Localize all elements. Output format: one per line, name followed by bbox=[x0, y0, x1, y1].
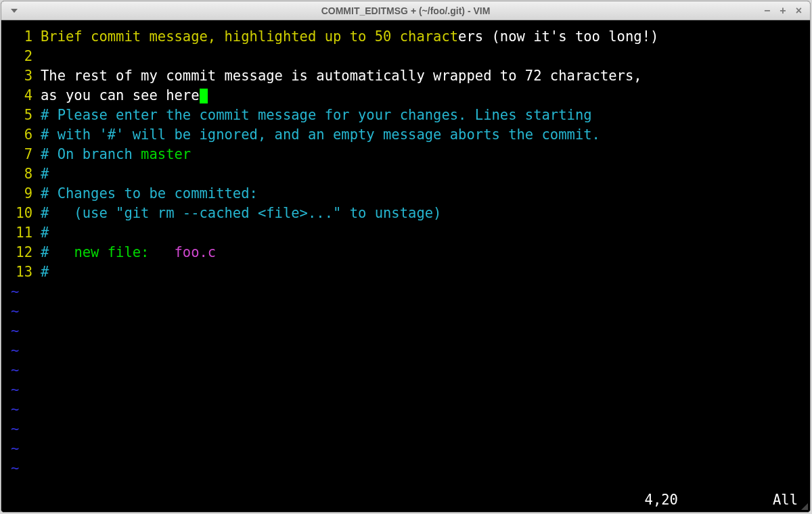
line-number: 8 bbox=[11, 164, 41, 184]
editor-line[interactable]: 7# On branch master bbox=[11, 145, 800, 164]
editor-line[interactable]: 6# with '#' will be ignored, and an empt… bbox=[11, 125, 800, 145]
line-text[interactable]: # On branch master bbox=[41, 145, 800, 164]
editor-line[interactable]: 3The rest of my commit message is automa… bbox=[11, 66, 800, 86]
line-text[interactable] bbox=[41, 47, 800, 66]
vim-status-bar: 4,20 All bbox=[1, 492, 810, 508]
line-text[interactable]: # bbox=[41, 262, 800, 282]
titlebar: COMMIT_EDITMSG + (~/foo/.git) - VIM − + … bbox=[1, 1, 810, 20]
line-number: 3 bbox=[11, 66, 41, 86]
line-text[interactable]: Brief commit message, highlighted up to … bbox=[41, 27, 800, 47]
line-text[interactable]: # bbox=[41, 164, 800, 184]
empty-line: ~ bbox=[11, 341, 800, 360]
line-text[interactable]: # Changes to be committed: bbox=[41, 184, 800, 204]
line-text[interactable]: # (use "git rm --cached <file>..." to un… bbox=[41, 204, 800, 223]
scroll-indicator: All bbox=[773, 492, 798, 508]
line-text[interactable]: as you can see here bbox=[41, 86, 800, 106]
line-number: 11 bbox=[11, 223, 41, 243]
terminal-window: COMMIT_EDITMSG + (~/foo/.git) - VIM − + … bbox=[1, 1, 811, 513]
close-icon[interactable]: × bbox=[796, 5, 802, 17]
editor-line[interactable]: 11# bbox=[11, 223, 800, 243]
window-menu-icon[interactable] bbox=[11, 9, 18, 13]
line-number: 13 bbox=[11, 262, 41, 282]
editor-line[interactable]: 2 bbox=[11, 47, 800, 66]
empty-line: ~ bbox=[11, 380, 800, 400]
line-text[interactable]: # bbox=[41, 223, 800, 243]
line-number: 5 bbox=[11, 106, 41, 125]
editor-line[interactable]: 8# bbox=[11, 164, 800, 184]
line-number: 7 bbox=[11, 145, 41, 164]
text-cursor bbox=[200, 89, 208, 103]
line-text[interactable]: # new file: foo.c bbox=[41, 243, 800, 262]
line-number: 4 bbox=[11, 86, 41, 106]
line-number: 10 bbox=[11, 204, 41, 223]
resize-grip-icon[interactable] bbox=[801, 503, 808, 510]
empty-line: ~ bbox=[11, 360, 800, 380]
empty-line: ~ bbox=[11, 439, 800, 459]
window-controls: − + × bbox=[764, 5, 810, 17]
empty-line: ~ bbox=[11, 400, 800, 419]
editor-line[interactable]: 4as you can see here bbox=[11, 86, 800, 106]
empty-line: ~ bbox=[11, 282, 800, 302]
line-text[interactable]: # Please enter the commit message for yo… bbox=[41, 106, 800, 125]
line-number: 1 bbox=[11, 27, 41, 47]
vim-editor-area[interactable]: 1Brief commit message, highlighted up to… bbox=[1, 20, 810, 512]
empty-line: ~ bbox=[11, 302, 800, 321]
line-number: 2 bbox=[11, 47, 41, 66]
maximize-icon[interactable]: + bbox=[780, 5, 786, 17]
minimize-icon[interactable]: − bbox=[764, 5, 770, 17]
line-number: 6 bbox=[11, 125, 41, 145]
editor-line[interactable]: 13# bbox=[11, 262, 800, 282]
empty-line: ~ bbox=[11, 321, 800, 341]
window-title: COMMIT_EDITMSG + (~/foo/.git) - VIM bbox=[1, 5, 810, 16]
empty-line: ~ bbox=[11, 419, 800, 439]
empty-line: ~ bbox=[11, 459, 800, 478]
editor-line[interactable]: 1Brief commit message, highlighted up to… bbox=[11, 27, 800, 47]
line-text[interactable]: # with '#' will be ignored, and an empty… bbox=[41, 125, 800, 145]
editor-line[interactable]: 5# Please enter the commit message for y… bbox=[11, 106, 800, 125]
line-number: 9 bbox=[11, 184, 41, 204]
editor-line[interactable]: 12# new file: foo.c bbox=[11, 243, 800, 262]
line-number: 12 bbox=[11, 243, 41, 262]
editor-line[interactable]: 9# Changes to be committed: bbox=[11, 184, 800, 204]
editor-line[interactable]: 10# (use "git rm --cached <file>..." to … bbox=[11, 204, 800, 223]
line-text[interactable]: The rest of my commit message is automat… bbox=[41, 66, 800, 86]
cursor-position: 4,20 bbox=[645, 492, 678, 508]
